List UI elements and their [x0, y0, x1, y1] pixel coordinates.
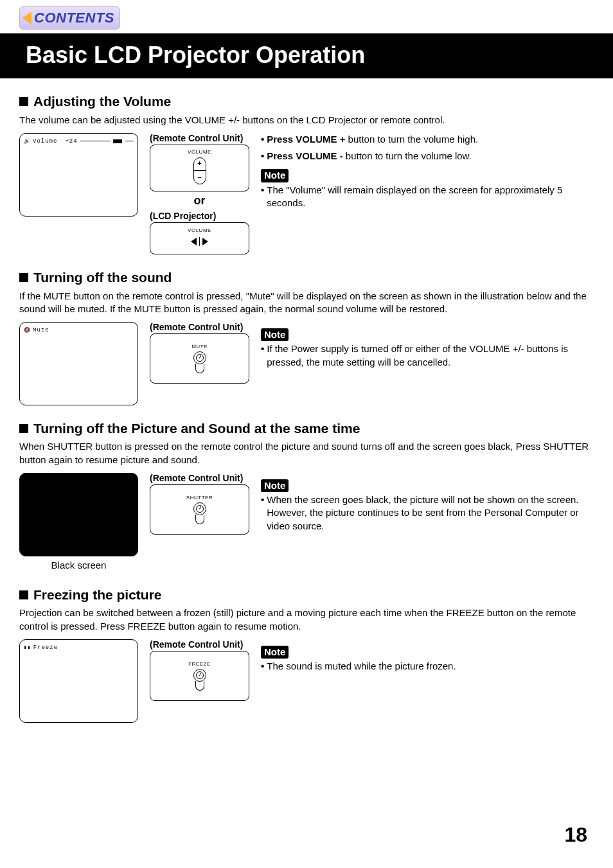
remote-unit-label: (Remote Control Unit)	[150, 639, 249, 650]
osd-screen-freeze: ▮▮ Freeze	[19, 639, 138, 723]
osd-illustration-container: 🔊 Volume +24	[19, 133, 138, 217]
note-text: The sound is muted while the picture fro…	[267, 660, 456, 673]
section-shutter: Turning off the Picture and Sound at the…	[19, 420, 594, 572]
osd-freeze-label: Freeze	[33, 644, 58, 651]
bullet-dot-icon: •	[261, 133, 264, 146]
info-column-shutter: Note • When the screen goes black, the p…	[261, 473, 594, 533]
remote-unit-label: (Remote Control Unit)	[150, 322, 249, 332]
remote-frame-mute: MUTE	[150, 333, 249, 384]
note-badge: Note	[261, 646, 289, 659]
remote-diagram-column: (Remote Control Unit) SHUTTER	[150, 473, 249, 535]
section-intro: Projection can be switched between a fro…	[19, 607, 594, 633]
section-adjusting-volume: Adjusting the Volume The volume can be a…	[19, 93, 594, 254]
bullet-text: Press VOLUME - button to turn the volume…	[267, 150, 472, 163]
remote-diagram-column: (Remote Control Unit) FREEZE	[150, 639, 249, 701]
section-heading: Freezing the picture	[33, 586, 162, 604]
remote-unit-label: (Remote Control Unit)	[150, 473, 249, 483]
bullet-dot-icon: •	[261, 342, 264, 369]
info-column-freeze: Note • The sound is muted while the pict…	[261, 639, 594, 673]
volume-scale-icon	[80, 139, 134, 143]
section-freeze: Freezing the picture Projection can be s…	[19, 586, 594, 723]
freeze-icon: ▮▮	[24, 644, 31, 651]
remote-frame-volume: VOLUME + –	[150, 145, 249, 191]
bullet-square-icon	[19, 97, 28, 106]
osd-illustration-container: ▮▮ Freeze	[19, 639, 138, 723]
lcd-projector-label: (LCD Projector)	[150, 211, 249, 221]
plus-icon: +	[197, 159, 201, 168]
bullet-text: Press VOLUME + button to turn the volume…	[267, 133, 478, 146]
note-text: If the Power supply is turned off or eit…	[267, 342, 594, 369]
page-title-bar: Basic LCD Projector Operation	[0, 33, 613, 79]
info-column-volume: • Press VOLUME + button to turn the volu…	[261, 133, 594, 209]
osd-screen-mute: 🔇 Mute	[19, 322, 138, 405]
remote-diagram-column: (Remote Control Unit) VOLUME + – or (LCD…	[150, 133, 249, 254]
section-intro: If the MUTE button on the remote control…	[19, 290, 594, 316]
contents-label: CONTENTS	[34, 8, 114, 28]
remote-unit-label: (Remote Control Unit)	[150, 133, 249, 143]
contents-nav-button[interactable]: CONTENTS	[19, 6, 120, 30]
speaker-icon: 🔊	[24, 138, 31, 145]
osd-screen-volume: 🔊 Volume +24	[19, 133, 138, 217]
note-text: The "Volume" will remain displayed on th…	[267, 184, 594, 210]
section-heading: Adjusting the Volume	[33, 93, 171, 111]
remote-frame-freeze: FREEZE	[150, 651, 249, 701]
volume-button-label-2: VOLUME	[188, 227, 211, 235]
osd-mute-label: Mute	[33, 326, 49, 334]
volume-button-label: VOLUME	[188, 149, 211, 156]
bullet-dot-icon: •	[261, 184, 264, 210]
bullet-square-icon	[19, 590, 28, 599]
osd-illustration-container: Black screen	[19, 473, 138, 572]
minus-icon: –	[197, 173, 201, 182]
osd-screen-black	[19, 473, 138, 556]
projector-frame-volume: VOLUME	[150, 222, 249, 254]
section-intro: When SHUTTER button is pressed on the re…	[19, 440, 594, 466]
osd-illustration-container: 🔇 Mute	[19, 322, 138, 405]
note-badge: Note	[261, 479, 289, 492]
shutter-button-icon	[193, 502, 206, 515]
note-badge: Note	[261, 328, 289, 341]
osd-volume-label: Volume	[33, 137, 57, 145]
section-heading: Turning off the Picture and Sound at the…	[33, 420, 360, 438]
section-heading: Turning off the sound	[33, 269, 172, 287]
or-label: or	[150, 193, 249, 208]
section-turning-off-sound: Turning off the sound If the MUTE button…	[19, 269, 594, 405]
section-intro: The volume can be adjusted using the VOL…	[19, 114, 594, 127]
freeze-button-label: FREEZE	[188, 661, 211, 668]
mute-button-label: MUTE	[191, 344, 208, 351]
bullet-square-icon	[19, 424, 28, 433]
bullet-dot-icon: •	[261, 150, 264, 163]
note-badge: Note	[261, 169, 289, 182]
info-column-mute: Note • If the Power supply is turned off…	[261, 322, 594, 369]
osd-volume-value: +24	[65, 137, 77, 145]
mute-button-icon	[193, 351, 206, 364]
note-text: When the screen goes black, the picture …	[267, 493, 594, 533]
freeze-button-icon	[193, 669, 206, 682]
back-arrow-icon	[22, 12, 31, 24]
volume-left-right-icon	[191, 236, 208, 247]
volume-rocker-button: + –	[193, 157, 206, 184]
bullet-dot-icon: •	[261, 660, 264, 673]
bullet-dot-icon: •	[261, 493, 264, 533]
remote-diagram-column: (Remote Control Unit) MUTE	[150, 322, 249, 384]
page-title: Basic LCD Projector Operation	[26, 40, 594, 71]
bullet-square-icon	[19, 273, 28, 282]
mute-icon: 🔇	[24, 327, 31, 334]
black-screen-caption: Black screen	[19, 559, 138, 572]
shutter-button-label: SHUTTER	[186, 495, 213, 502]
remote-frame-shutter: SHUTTER	[150, 484, 249, 535]
